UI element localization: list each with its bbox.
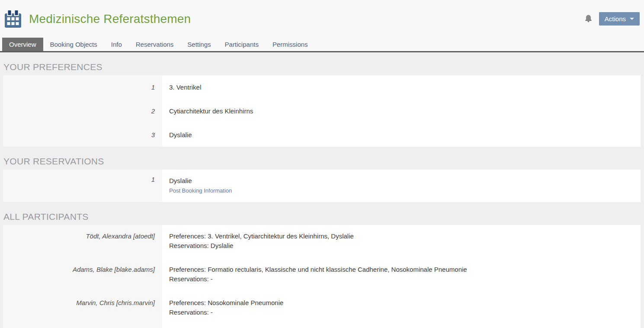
preference-label: Dyslalie (169, 131, 192, 138)
participant-row: Tödt, Alexandra [atoedt] Preferences: 3.… (3, 225, 641, 258)
tab-overview[interactable]: Overview (2, 38, 43, 51)
main-content: YOUR PREFERENCES 1 3. Ventrikel 2 Cytiar… (0, 52, 644, 328)
reservations-card: 1 Dyslalie Post Booking Information (3, 170, 641, 202)
actions-button-label: Actions (605, 15, 626, 23)
post-booking-information-link[interactable]: Post Booking Information (169, 186, 232, 196)
app-header: Medizinische Referatsthemen Actions (0, 0, 644, 38)
preferences-card: 1 3. Ventrikel 2 Cytiarchitektur des Kle… (3, 75, 641, 147)
participant-preferences: Preferences: Nosokominale Pneumonie (169, 298, 641, 308)
participant-preferences: Preferences: 3. Ventrikel, Cytiarchitekt… (169, 232, 641, 241)
preference-rank: 2 (151, 107, 155, 115)
bell-icon (584, 14, 593, 24)
reservations-heading: YOUR RESERVATIONS (0, 147, 644, 170)
participant-name: Tödt, Alexandra [atoedt] (86, 232, 155, 240)
tabbar: Overview Booking Objects Info Reservatio… (0, 38, 644, 52)
participant-name: Marvin, Chris [chris.marvin] (76, 299, 155, 306)
preference-row: 2 Cytiarchitektur des Kleinhirns (3, 99, 641, 123)
participant-reservations: Reservations: - (169, 274, 641, 284)
reservation-rank: 1 (151, 176, 155, 183)
tab-participants[interactable]: Participants (218, 38, 266, 51)
participant-row: Marvin, Chris [chris.marvin] Preferences… (3, 292, 641, 325)
participant-reservations: Reservations: Dyslalie (169, 241, 641, 251)
preference-label: 3. Ventrikel (169, 84, 201, 91)
preference-label: Cytiarchitektur des Kleinhirns (169, 107, 253, 115)
participant-preferences: Preferences: Formatio rectularis, Klassi… (169, 265, 641, 274)
page-title: Medizinische Referatsthemen (29, 12, 191, 26)
preference-row: 1 3. Ventrikel (3, 75, 641, 99)
preference-row: 3 Dyslalie (3, 123, 641, 147)
chevron-down-icon (630, 18, 634, 20)
participants-card: Tödt, Alexandra [atoedt] Preferences: 3.… (3, 225, 641, 328)
preference-rank: 1 (151, 84, 155, 91)
tab-info[interactable]: Info (104, 38, 129, 51)
reservation-row: 1 Dyslalie Post Booking Information (3, 170, 641, 202)
participant-name: Adams, Blake [blake.adams] (73, 266, 155, 273)
participant-reservations: Reservations: - (169, 308, 641, 317)
tab-permissions[interactable]: Permissions (266, 38, 315, 51)
actions-button[interactable]: Actions (599, 12, 640, 26)
preference-rank: 3 (151, 131, 155, 138)
tab-booking-objects[interactable]: Booking Objects (43, 38, 104, 51)
preferences-heading: YOUR PREFERENCES (0, 52, 644, 75)
calendar-icon (4, 10, 22, 29)
participant-row: Adams, Blake [blake.adams] Preferences: … (3, 258, 641, 292)
notifications-button[interactable] (584, 14, 593, 24)
header-actions-group: Actions (584, 12, 640, 26)
reservation-label: Dyslalie (169, 176, 641, 186)
tab-reservations[interactable]: Reservations (129, 38, 181, 51)
tab-settings[interactable]: Settings (180, 38, 218, 51)
participants-heading: ALL PARTICIPANTS (0, 202, 644, 225)
